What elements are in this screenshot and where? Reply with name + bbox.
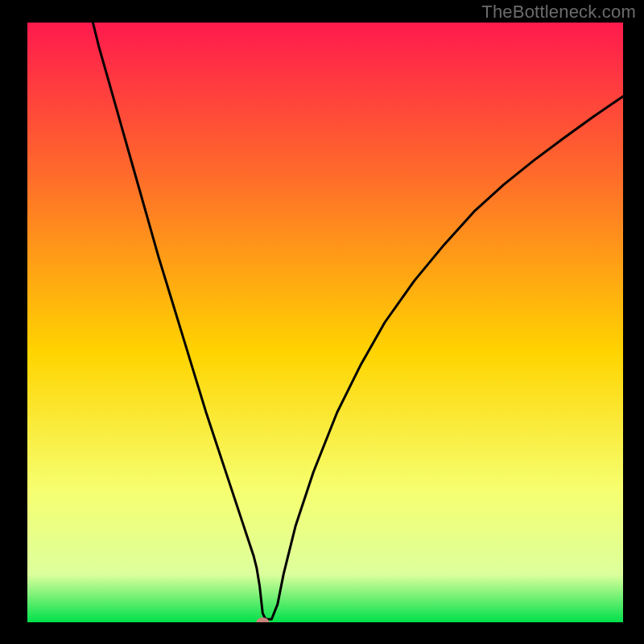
plot-area bbox=[27, 23, 623, 622]
watermark-text: TheBottleneck.com bbox=[481, 2, 636, 23]
chart-frame: TheBottleneck.com bbox=[0, 0, 644, 644]
